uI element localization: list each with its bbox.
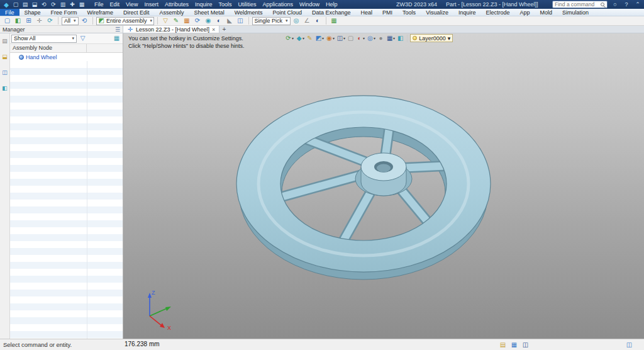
ribbon-tab-pmi[interactable]: PMI <box>377 9 397 16</box>
ribbon-tab-assembly[interactable]: Assembly <box>155 9 189 16</box>
main-area: ▤ ⬓ ◫ ◧ Show All ▾ ▽ ▦ Assembly Node Han… <box>0 33 644 339</box>
visual-panel-icon[interactable]: ◧ <box>1 84 9 92</box>
new-tab-button[interactable]: + <box>219 26 228 33</box>
inquire-icon[interactable]: ◐ <box>313 17 323 25</box>
manager-panel-header: Manager ☰ <box>0 26 123 33</box>
close-tab-icon[interactable]: × <box>212 26 215 33</box>
save-icon[interactable]: ⬓ <box>31 1 38 8</box>
shell-icon[interactable]: ◫ <box>236 17 245 25</box>
chevron-down-icon: ▾ <box>74 18 76 23</box>
command-search[interactable] <box>552 1 608 8</box>
ribbon-tab-sheet-metal[interactable]: Sheet Metal <box>189 9 230 16</box>
view-panel-icon[interactable]: ◫ <box>1 69 9 76</box>
menu-view[interactable]: View <box>123 0 141 9</box>
tree-node-hand-wheel[interactable]: Hand Wheel <box>10 53 123 61</box>
viewport[interactable]: You can set the hotkey in Customize Sett… <box>123 33 644 339</box>
undo-icon[interactable]: ⟲ <box>40 1 48 8</box>
move-icon[interactable]: ✛ <box>35 17 44 25</box>
status-right-group: ◫ <box>625 341 634 349</box>
panel-dock-strip: ▤ ⬓ ◫ ◧ <box>0 33 10 339</box>
pick-mode-select[interactable]: Single Pick ▾ <box>252 17 291 25</box>
ribbon-tab-inquire[interactable]: Inquire <box>453 9 481 16</box>
ribbon-tab-point-cloud[interactable]: Point Cloud <box>268 9 308 16</box>
insert-component-icon[interactable]: ◧ <box>13 17 23 25</box>
menu-help[interactable]: Help <box>323 0 341 9</box>
revolve-icon[interactable]: ⟳ <box>193 17 203 25</box>
menu-insert[interactable]: Insert <box>141 0 162 9</box>
search-input[interactable] <box>555 1 599 8</box>
layer-status-icon[interactable]: ▤ <box>498 341 508 349</box>
assembly-tree-rows[interactable] <box>10 61 123 339</box>
menu-window[interactable]: Window <box>296 0 323 9</box>
ribbon-tab-file[interactable]: File <box>0 9 19 16</box>
doc-tab-hand-wheel[interactable]: ✛ Lesson 22.Z3 - [Hand Wheel] × <box>123 26 219 33</box>
show-all-select[interactable]: Show All ▾ <box>11 35 77 43</box>
table-view-icon[interactable]: ▦ <box>112 35 121 43</box>
ribbon-tab-simulation[interactable]: Simulation <box>557 9 594 16</box>
help-icon[interactable]: ? <box>623 1 630 8</box>
display-status-icon[interactable]: ◫ <box>521 341 530 349</box>
pattern-icon[interactable]: ⊞ <box>24 17 33 25</box>
filter-select-value: All <box>64 18 70 24</box>
collapse-ribbon-icon[interactable]: ⌃ <box>634 1 641 8</box>
toolbar-separator <box>58 17 58 25</box>
filter-select[interactable]: All ▾ <box>62 17 79 25</box>
ribbon-tab-wireframe[interactable]: Wireframe <box>82 9 119 16</box>
datum-plane-icon[interactable]: ▽ <box>161 17 170 25</box>
doc-tab-label: Lesson 22.Z3 - [Hand Wheel] <box>136 26 209 33</box>
new-part-icon[interactable]: ▢ <box>3 17 12 25</box>
ribbon-tab-weldments[interactable]: Weldments <box>230 9 268 16</box>
panel-menu-icon[interactable]: ☰ <box>115 26 120 33</box>
ribbon-tab-direct-edit[interactable]: Direct Edit <box>118 9 155 16</box>
new-file-icon[interactable]: ▢ <box>12 1 19 8</box>
assembly-cube-icon: ◩ <box>99 17 104 25</box>
chamfer-icon[interactable]: ◣ <box>225 17 235 25</box>
redo-icon[interactable]: ⟳ <box>50 1 57 8</box>
menu-file[interactable]: File <box>91 0 107 9</box>
app-logo-icon[interactable]: ◆ <box>3 1 10 8</box>
menu-utilities[interactable]: Utilities <box>235 0 259 9</box>
grid-status-icon[interactable]: ▦ <box>509 341 519 349</box>
menu-inquire[interactable]: Inquire <box>192 0 216 9</box>
ribbon-tab-tools[interactable]: Tools <box>397 9 421 16</box>
ribbon-tab-data-exchange[interactable]: Data Exchange <box>307 9 356 16</box>
account-icon[interactable]: ○ <box>611 1 619 8</box>
fillet-icon[interactable]: ◐ <box>214 17 224 25</box>
add-quick-icon[interactable]: ✚ <box>69 1 76 8</box>
ribbon-tab-visualize[interactable]: Visualize <box>421 9 453 16</box>
refresh-icon[interactable]: ⟳ <box>45 17 55 25</box>
ribbon-tab-electrode[interactable]: Electrode <box>481 9 515 16</box>
extrude-icon[interactable]: ▦ <box>182 17 192 25</box>
filter-funnel-icon[interactable]: ▽ <box>78 35 87 43</box>
scope-select[interactable]: ◩ Entire Assembly ▾ <box>96 17 154 25</box>
folder-panel-icon[interactable]: ⬓ <box>1 53 9 60</box>
menu-attributes[interactable]: Attributes <box>162 0 192 9</box>
history-panel-icon[interactable]: ▤ <box>1 37 9 45</box>
open-file-icon[interactable]: ▤ <box>21 1 29 8</box>
swap-filter-icon[interactable]: ⟲ <box>80 17 89 25</box>
part-node-icon <box>19 55 24 60</box>
hints-toggle-icon[interactable]: ▦ <box>330 17 339 25</box>
status-toggle-group: ▤ ▦ ◫ <box>498 341 530 349</box>
hand-wheel-model[interactable] <box>123 33 644 339</box>
ribbon-tab-heal[interactable]: Heal <box>356 9 378 16</box>
print-icon[interactable]: ▥ <box>59 1 67 8</box>
customize-icon[interactable]: ▦ <box>78 1 86 8</box>
menu-applications[interactable]: Applications <box>260 0 297 9</box>
part-doc-icon: ✛ <box>127 25 133 33</box>
manager-title: Manager <box>3 26 25 33</box>
ribbon-tab-app[interactable]: App <box>515 9 535 16</box>
ribbon-tab-free-form[interactable]: Free Form <box>46 9 82 16</box>
scope-select-value: Entire Assembly <box>106 18 147 24</box>
sketch-icon[interactable]: ✎ <box>172 17 181 25</box>
sweep-icon[interactable]: ◉ <box>204 17 213 25</box>
measure-angle-icon[interactable]: ∠ <box>303 17 312 25</box>
expand-panel-icon[interactable]: ◫ <box>625 341 634 349</box>
ribbon-tab-mold[interactable]: Mold <box>535 9 558 16</box>
pick-filter-icon[interactable]: ◎ <box>292 17 301 25</box>
menu-edit[interactable]: Edit <box>107 0 123 9</box>
status-bar: Select command or entity. 176.238 mm ▤ ▦… <box>0 339 644 350</box>
x-axis-label: X <box>167 325 171 331</box>
ribbon-tab-shape[interactable]: Shape <box>19 9 46 16</box>
menu-tools[interactable]: Tools <box>215 0 235 9</box>
